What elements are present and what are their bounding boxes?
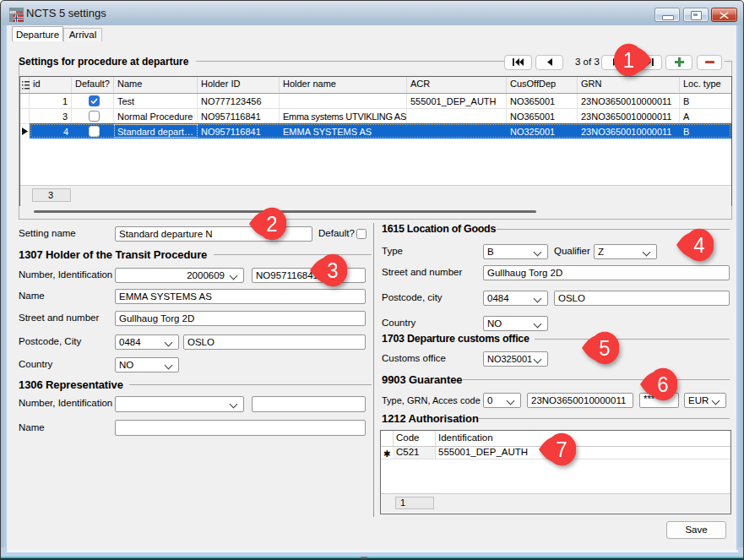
svg-text:6: 6 (657, 372, 668, 396)
svg-text:3: 3 (327, 257, 338, 281)
svg-text:2: 2 (266, 211, 277, 236)
svg-text:4: 4 (693, 231, 704, 256)
svg-text:1: 1 (623, 46, 634, 71)
svg-text:5: 5 (599, 335, 610, 360)
svg-text:7: 7 (556, 437, 567, 461)
